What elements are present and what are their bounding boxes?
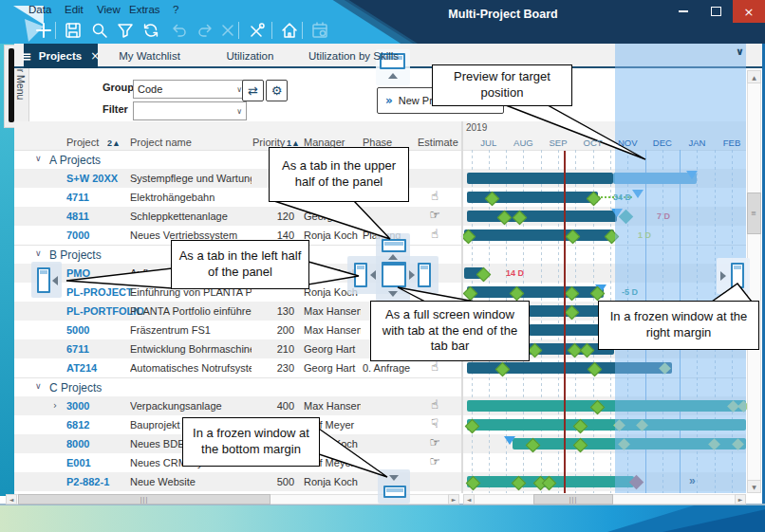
calendar-icon[interactable] (308, 19, 332, 42)
scroll-right-button[interactable]: ► (448, 494, 459, 504)
gantt-year-label: 2019 (466, 122, 487, 133)
left-arrow-icon (52, 276, 58, 285)
table-hscroll-thumb[interactable]: ||| (18, 494, 271, 504)
callout-box: Preview for target position (432, 64, 572, 106)
project-id-link[interactable]: 3000 (66, 400, 89, 412)
manager-cell: Ronja Koch (304, 229, 361, 241)
dock-left-tab-target-icon[interactable] (354, 263, 367, 287)
gantt-bar[interactable] (467, 286, 604, 298)
delete-icon[interactable] (215, 19, 240, 42)
bottom-margin-frozen-target-icon[interactable] (383, 486, 406, 498)
project-id-link[interactable]: P2-882-1 (66, 476, 109, 487)
group-by-select[interactable]: Code ∨ (133, 80, 247, 99)
gantt-month-label: NOV (608, 138, 646, 148)
project-name-cell: Neue Website (130, 476, 252, 487)
hamburger-icon[interactable]: ≡ (22, 49, 32, 64)
project-id-link[interactable]: PL-PROJECT (66, 286, 133, 298)
scroll-left-button[interactable]: ◄ (463, 494, 475, 504)
save-icon[interactable] (61, 19, 85, 42)
scroll-right-button[interactable]: ► (735, 494, 746, 504)
project-id-link[interactable]: E001 (66, 457, 91, 468)
project-id-link[interactable]: 7000 (66, 229, 89, 241)
gantt-vscroll-thumb[interactable]: ≡ (747, 193, 761, 234)
chevron-down-icon[interactable]: ∨ (35, 248, 42, 258)
redo-icon[interactable] (193, 19, 217, 42)
project-id-link[interactable]: 8000 (66, 438, 89, 449)
scroll-up-button[interactable]: ▲ (747, 70, 761, 83)
menu-item-extras[interactable]: Extras (129, 4, 160, 19)
filter-icon[interactable] (113, 19, 138, 42)
tab-projects[interactable]: ≡Projects× (24, 44, 98, 68)
column-header[interactable]: Project name (130, 137, 192, 148)
column-header[interactable]: Phase (363, 137, 392, 148)
chevron-down-icon[interactable]: ∨ (35, 381, 42, 391)
gantt-bar[interactable] (464, 229, 614, 241)
right-margin-frozen-target-icon[interactable] (731, 263, 744, 288)
undo-icon[interactable] (167, 19, 192, 42)
menu-item-help[interactable]: ? (173, 4, 178, 19)
scroll-left-button[interactable]: ◄ (6, 494, 17, 504)
collapse-chevron-icon[interactable]: ∨ (736, 46, 744, 58)
tools-icon[interactable] (245, 19, 270, 42)
menu-item-data[interactable]: Data (28, 4, 51, 19)
filter-select[interactable]: ∨ (133, 101, 247, 120)
chevron-down-icon[interactable]: ∨ (35, 154, 42, 163)
estimate-hand-icon: ☞ (427, 208, 442, 222)
column-header[interactable]: Estimate (418, 137, 458, 148)
gantt-date-label: 14 D (506, 268, 524, 278)
toolbar-separator (238, 22, 239, 39)
callout-box: In a frozen window at the right margin (598, 301, 759, 350)
dock-up-arrow-icon (388, 254, 398, 260)
search-icon[interactable] (87, 19, 112, 42)
dock-right-tab-target-icon[interactable] (418, 263, 431, 287)
dock-left-arrow-icon (370, 270, 376, 280)
gantt-month-label: FEB (713, 138, 751, 148)
project-id-link[interactable]: S+W 20XX (66, 173, 118, 184)
double-chevron-icon: » (385, 94, 393, 107)
close-button[interactable]: × (733, 0, 765, 23)
dock-top-tab-target-icon[interactable] (382, 239, 406, 252)
maximize-button[interactable] (702, 0, 729, 23)
toolbar-separator (55, 22, 56, 39)
group-name: A Projects (49, 154, 101, 167)
menu-item-edit[interactable]: Edit (65, 4, 84, 19)
refresh-icon[interactable] (139, 19, 163, 42)
right-arrow-icon (720, 271, 726, 281)
project-name-cell: Entwicklung Bohrmaschine (130, 343, 252, 355)
gantt-month-label: DEC (644, 138, 681, 148)
column-header[interactable]: Priority (252, 137, 285, 148)
project-id-link[interactable]: 6711 (66, 343, 89, 355)
project-id-link[interactable]: 6812 (66, 419, 89, 431)
menu-item-view[interactable]: View (97, 4, 121, 19)
column-header[interactable]: Manager (304, 137, 345, 148)
scroll-down-button[interactable]: ▼ (747, 480, 761, 493)
gantt-bar[interactable] (467, 173, 613, 184)
project-id-link[interactable]: AT214 (66, 362, 97, 374)
project-id-link[interactable]: 5000 (66, 324, 89, 336)
gantt-hscroll-thumb[interactable]: ||| (533, 494, 613, 504)
left-margin-frozen-target-icon[interactable] (37, 267, 50, 293)
home-icon[interactable] (277, 19, 302, 42)
gantt-end-marker-icon (504, 436, 515, 445)
tab-utilization-by-skills[interactable]: Utilization by Skills (299, 44, 408, 68)
project-id-link[interactable]: 4711 (66, 192, 89, 203)
estimate-hand-icon: ☞ (427, 435, 442, 449)
expand-chevron-icon[interactable]: › (53, 400, 57, 411)
gantt-bar[interactable] (467, 211, 617, 222)
settings-gear-button[interactable]: ⚙ (266, 80, 288, 101)
estimate-thumb-up-icon: ☝ (427, 359, 442, 374)
project-id-link[interactable]: 4811 (66, 211, 89, 222)
group-name: C Projects (49, 381, 102, 394)
manager-cell: Georg Hart (304, 343, 361, 355)
column-header[interactable]: Project (66, 137, 99, 148)
add-icon[interactable] (31, 19, 56, 42)
project-id-link[interactable]: PMO (66, 267, 90, 279)
today-line (564, 151, 566, 493)
tab-my-watchlist[interactable]: My Watchlist (98, 44, 201, 68)
minimize-button[interactable] (670, 0, 697, 23)
dock-center-target-icon[interactable] (382, 262, 406, 287)
priority-cell: 200 (247, 324, 294, 336)
swap-view-button[interactable]: ⇄ (242, 80, 264, 101)
tab-utilization[interactable]: Utilization (201, 44, 299, 68)
project-name-cell: PLANTA Portfolio einführen (130, 305, 252, 317)
